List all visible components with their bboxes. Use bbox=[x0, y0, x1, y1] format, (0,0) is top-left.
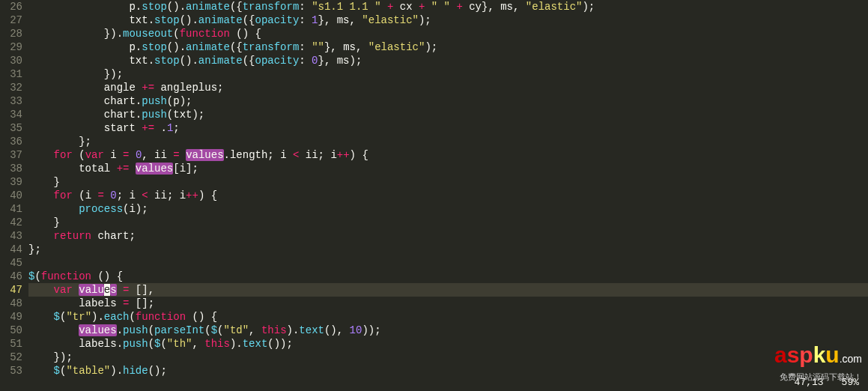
line-number: 38 bbox=[0, 162, 22, 175]
code-line[interactable]: $(function () { bbox=[28, 270, 868, 283]
line-number: 50 bbox=[0, 324, 22, 337]
code-line[interactable]: start += .1; bbox=[28, 121, 868, 135]
code-line[interactable]: chart.push(txt); bbox=[28, 108, 868, 121]
line-number: 35 bbox=[0, 121, 22, 135]
code-line[interactable]: process(i); bbox=[28, 202, 868, 216]
code-line[interactable]: angle += angleplus; bbox=[28, 81, 868, 94]
line-number: 49 bbox=[0, 310, 22, 324]
line-number: 32 bbox=[0, 81, 22, 94]
code-line[interactable]: var values = [], bbox=[28, 283, 868, 297]
code-line[interactable]: }; bbox=[28, 243, 868, 256]
code-area[interactable]: p.stop().animate({transform: "s1.1 1.1 "… bbox=[27, 0, 868, 391]
line-number: 26 bbox=[0, 0, 22, 13]
code-line[interactable] bbox=[28, 256, 868, 270]
code-line[interactable]: p.stop().animate({transform: "s1.1 1.1 "… bbox=[28, 0, 868, 13]
code-line[interactable]: } bbox=[28, 216, 868, 229]
code-line[interactable]: $("table").hide(); bbox=[28, 364, 868, 378]
code-line[interactable]: for (i = 0; i < ii; i++) { bbox=[28, 189, 868, 202]
code-line[interactable]: values.push(parseInt($("td", this).text(… bbox=[28, 324, 868, 337]
code-line[interactable]: total += values[i]; bbox=[28, 162, 868, 175]
line-number: 52 bbox=[0, 351, 22, 364]
line-gutter: 2627282930313233343536373839404142434445… bbox=[0, 0, 27, 391]
line-number: 30 bbox=[0, 54, 22, 67]
line-number: 51 bbox=[0, 337, 22, 351]
code-line[interactable]: labels.push($("th", this).text()); bbox=[28, 337, 868, 351]
code-line[interactable]: txt.stop().animate({opacity: 0}, ms); bbox=[28, 54, 868, 67]
code-editor[interactable]: 2627282930313233343536373839404142434445… bbox=[0, 0, 868, 391]
line-number: 42 bbox=[0, 216, 22, 229]
line-number: 44 bbox=[0, 243, 22, 256]
code-line[interactable]: $("tr").each(function () { bbox=[28, 310, 868, 324]
line-number: 48 bbox=[0, 297, 22, 310]
line-number: 43 bbox=[0, 229, 22, 243]
line-number: 27 bbox=[0, 13, 22, 27]
watermark: aspku.com 免费网站源码下载站！ bbox=[774, 344, 862, 384]
line-number: 53 bbox=[0, 364, 22, 378]
code-line[interactable]: }); bbox=[28, 67, 868, 81]
line-number: 28 bbox=[0, 27, 22, 40]
code-line[interactable]: } bbox=[28, 175, 868, 189]
code-line[interactable]: }).mouseout(function () { bbox=[28, 27, 868, 40]
line-number: 47 bbox=[0, 283, 22, 297]
line-number: 29 bbox=[0, 40, 22, 54]
line-number: 37 bbox=[0, 148, 22, 162]
line-number: 31 bbox=[0, 67, 22, 81]
line-number: 36 bbox=[0, 135, 22, 148]
watermark-logo: aspku.com bbox=[774, 344, 862, 370]
line-number: 34 bbox=[0, 108, 22, 121]
line-number: 46 bbox=[0, 270, 22, 283]
code-line[interactable]: chart.push(p); bbox=[28, 94, 868, 108]
code-line[interactable]: labels = []; bbox=[28, 297, 868, 310]
line-number: 40 bbox=[0, 189, 22, 202]
code-line[interactable]: }; bbox=[28, 135, 868, 148]
watermark-sub: 免费网站源码下载站！ bbox=[774, 370, 862, 384]
code-line[interactable]: return chart; bbox=[28, 229, 868, 243]
code-line[interactable]: }); bbox=[28, 351, 868, 364]
line-number: 41 bbox=[0, 202, 22, 216]
line-number: 33 bbox=[0, 94, 22, 108]
code-line[interactable]: for (var i = 0, ii = values.length; i < … bbox=[28, 148, 868, 162]
line-number: 39 bbox=[0, 175, 22, 189]
line-number: 45 bbox=[0, 256, 22, 270]
code-line[interactable]: p.stop().animate({transform: ""}, ms, "e… bbox=[28, 40, 868, 54]
code-line[interactable]: txt.stop().animate({opacity: 1}, ms, "el… bbox=[28, 13, 868, 27]
